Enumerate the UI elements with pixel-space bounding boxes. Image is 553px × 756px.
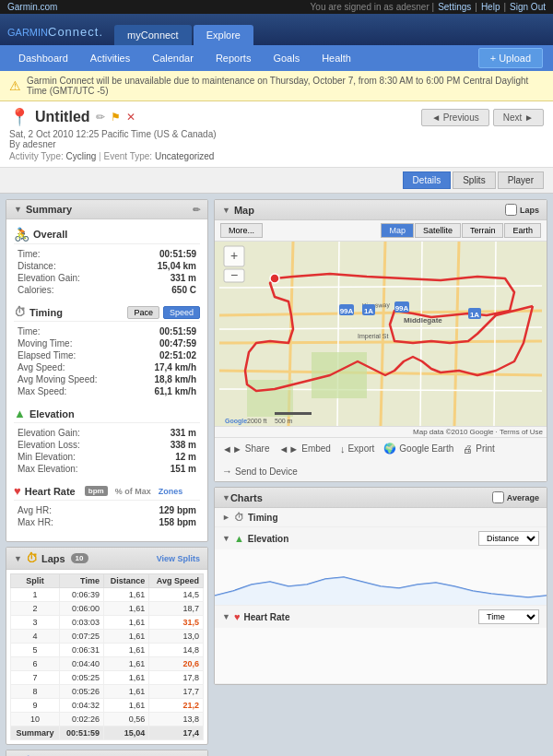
tab-my-connect[interactable]: myConnect <box>114 25 192 45</box>
timing-icon: ⏱ <box>14 305 26 319</box>
zones-link[interactable]: Zones <box>159 487 183 496</box>
map-type-map[interactable]: Map <box>381 223 414 238</box>
summary-content: 🚴 Overall Time: 00:51:59 Distance: 15,04… <box>6 219 207 541</box>
tab-player[interactable]: Player <box>498 171 544 189</box>
tab-details[interactable]: Details <box>403 171 452 189</box>
heartrate-title: Heart Rate <box>25 486 76 497</box>
charts-header[interactable]: ▼ Charts Average <box>215 488 547 508</box>
user-links: You are signed in as adesner | Settings … <box>311 2 546 12</box>
table-row: 20:06:001,6118,7 <box>11 602 204 616</box>
heartrate-chart-select[interactable]: Time Distance <box>478 609 539 624</box>
timing-chart-header[interactable]: ► ⏱ Timing <box>215 508 547 526</box>
map-type-satellite[interactable]: Satellite <box>415 223 461 238</box>
svg-text:Imperial St: Imperial St <box>358 333 389 340</box>
garmin-logo: GARMINConnect. <box>7 18 103 45</box>
menu-calendar[interactable]: Calendar <box>141 47 205 69</box>
table-row: 30:03:031,6131,5 <box>11 616 204 630</box>
signed-in-text: You are signed in as adesner | <box>311 2 435 12</box>
edit-icon[interactable]: ✏ <box>96 111 105 124</box>
col-time: Time <box>60 574 104 588</box>
upload-button[interactable]: + Upload <box>478 48 543 68</box>
svg-text:99A: 99A <box>395 304 409 313</box>
menu-health[interactable]: Health <box>311 47 362 69</box>
timing-chart-arrow: ► <box>222 513 230 522</box>
tab-explore[interactable]: Explore <box>194 25 253 45</box>
tab-splits[interactable]: Splits <box>453 171 495 189</box>
laps-header[interactable]: ▼ ⏱ Laps 10 View Splits <box>6 548 207 570</box>
laps-table: Split Time Distance Avg Speed 10:06:391,… <box>10 573 204 740</box>
settings-link[interactable]: Settings <box>438 2 471 12</box>
avg-label: Average <box>507 493 539 502</box>
table-row: 10:06:391,6114,5 <box>11 588 204 602</box>
overall-calories: Calories: 650 C <box>14 284 200 296</box>
summary-edit-icon[interactable]: ✏ <box>193 205 200 215</box>
additional-section: ▼ ℹ Additional Information Device: <box>6 750 208 756</box>
left-panel: ▼ Summary ✏ 🚴 Overall Time: 00:51:59 <box>6 199 208 756</box>
garmin-com-link[interactable]: Garmin.com <box>7 2 57 12</box>
elev-gain: Elevation Gain: 331 m <box>14 427 200 439</box>
menu-activities[interactable]: Activities <box>79 47 141 69</box>
map-type-earth[interactable]: Earth <box>504 223 541 238</box>
elevation-subsection: ▲ Elevation Elevation Gain: 331 m Elevat… <box>14 405 200 475</box>
map-display[interactable]: + − Kingsway Imperial St Middlegate 500 … <box>215 242 547 426</box>
activity-title-row: 📍 Untitled ✏ ⚑ ✕ ◄ Previous Next ► <box>9 107 544 127</box>
menu-dashboard[interactable]: Dashboard <box>7 47 79 69</box>
top-bar: Garmin.com You are signed in as adesner … <box>0 0 553 14</box>
share-button[interactable]: ◄► Share <box>222 443 269 455</box>
table-row: 70:05:251,6117,8 <box>11 671 204 685</box>
elevation-chart-icon: ▲ <box>234 533 244 544</box>
col-split: Split <box>11 574 60 588</box>
laps-arrow: ▼ <box>14 554 22 563</box>
overall-distance: Distance: 15,04 km <box>14 260 200 272</box>
svg-rect-16 <box>312 352 367 398</box>
menu-reports[interactable]: Reports <box>205 47 263 69</box>
activity-header-wrapper: 📍 Untitled ✏ ⚑ ✕ ◄ Previous Next ► Sat, … <box>0 101 553 194</box>
elevation-chart-header[interactable]: ▼ ▲ Elevation Distance Time <box>215 527 547 549</box>
laps-section: ▼ ⏱ Laps 10 View Splits Split Time Dista… <box>6 547 208 745</box>
embed-button[interactable]: ◄► Embed <box>278 443 330 455</box>
export-button[interactable]: ↓ Export <box>340 443 374 455</box>
more-button[interactable]: More... <box>220 223 263 238</box>
map-section: ▼ Map Laps More... Map Satellite Terrain… <box>214 199 547 482</box>
speed-button[interactable]: Speed <box>163 306 200 319</box>
send-to-device-button[interactable]: → Send to Device <box>222 466 539 477</box>
svg-text:1A: 1A <box>470 311 479 319</box>
google-earth-button[interactable]: 🌍 Google Earth <box>383 443 453 455</box>
map-header[interactable]: ▼ Map Laps <box>215 200 547 220</box>
timing-avg-moving-speed: Avg Moving Speed: 18,8 km/h <box>14 373 200 385</box>
timing-subsection: ⏱ Timing Pace Speed Time: 00:51:59 Movin… <box>14 303 200 397</box>
elevation-header: ▲ Elevation <box>14 405 200 423</box>
svg-text:500 m: 500 m <box>275 418 293 424</box>
svg-text:1A: 1A <box>364 307 373 315</box>
charts-arrow: ▼ <box>222 493 230 502</box>
pace-button[interactable]: Pace <box>127 306 159 319</box>
sign-out-link[interactable]: Sign Out <box>510 2 546 12</box>
menu-goals[interactable]: Goals <box>262 47 311 69</box>
heartrate-chart-svg <box>215 628 547 683</box>
timing-chart-icon: ⏱ <box>234 512 244 523</box>
timing-max-speed: Max Speed: 61,1 km/h <box>14 385 200 397</box>
maintenance-banner: ⚠ Garmin Connect will be unavailable due… <box>0 71 553 101</box>
heartrate-chart-header[interactable]: ▼ ♥ Heart Rate Time Distance <box>215 606 547 628</box>
summary-header[interactable]: ▼ Summary ✏ <box>6 200 207 219</box>
print-button[interactable]: 🖨 Print <box>463 443 495 455</box>
google-earth-icon: 🌍 <box>383 443 396 455</box>
elevation-chart-body <box>215 549 547 605</box>
timing-moving-time: Moving Time: 00:47:59 <box>14 337 200 349</box>
print-icon: 🖨 <box>463 443 473 455</box>
additional-header[interactable]: ▼ ℹ Additional Information <box>6 750 207 756</box>
elev-loss: Elevation Loss: 338 m <box>14 439 200 451</box>
location-pin-icon: 📍 <box>9 107 29 127</box>
elevation-chart-select[interactable]: Distance Time <box>478 531 539 546</box>
flag-icon[interactable]: ⚑ <box>111 111 121 124</box>
average-checkbox[interactable] <box>492 491 504 503</box>
map-type-terrain[interactable]: Terrain <box>462 223 504 238</box>
laps-checkbox[interactable] <box>505 204 517 216</box>
delete-icon[interactable]: ✕ <box>126 111 135 124</box>
view-splits-link[interactable]: View Splits <box>157 554 200 563</box>
next-button[interactable]: Next ► <box>493 109 544 126</box>
timing-avg-speed: Avg Speed: 17,4 km/h <box>14 361 200 373</box>
previous-button[interactable]: ◄ Previous <box>421 109 489 126</box>
laps-summary-row: Summary00:51:5915,0417,4 <box>11 726 204 740</box>
help-link[interactable]: Help <box>481 2 500 12</box>
